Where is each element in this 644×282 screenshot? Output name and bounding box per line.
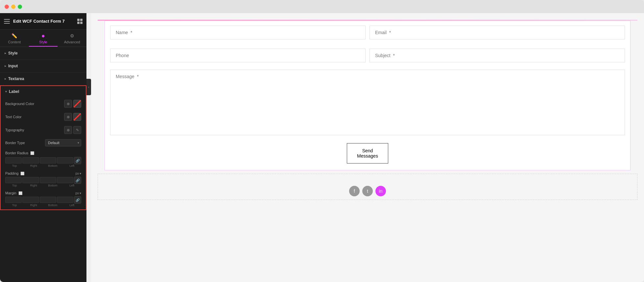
border-radius-section: Border Radius ⬜ 🔗	[1, 149, 86, 170]
social-icons: f t in	[349, 186, 386, 196]
social-icon-3[interactable]: in	[375, 186, 386, 196]
border-type-label: Border Type	[5, 141, 45, 145]
minimize-button[interactable]	[11, 5, 15, 9]
background-color-label: Background Color	[5, 102, 64, 106]
text-color-global-btn[interactable]: ⊕	[64, 113, 72, 121]
section-label: ▾ Label Background Color ⊕	[0, 85, 86, 210]
text-color-controls: ⊕	[64, 113, 81, 121]
sidebar-collapse-handle[interactable]: ‹	[86, 79, 91, 95]
border-radius-left-input[interactable]	[57, 157, 73, 163]
br-bottom-label: Bottom	[44, 164, 62, 167]
background-color-global-btn[interactable]: ⊕	[64, 100, 72, 108]
form-row-2	[105, 44, 630, 67]
sidebar-content: ▸ Style ▸ Input ▸ Textarea ▾ La	[0, 47, 86, 282]
bottom-section: f t in	[98, 174, 637, 200]
tab-content-label: Content	[8, 40, 21, 44]
border-radius-monitor-icon: ⬜	[30, 151, 34, 155]
email-field	[370, 26, 625, 39]
message-input[interactable]	[110, 70, 625, 135]
margin-unit-label: px	[75, 191, 79, 195]
section-textarea-label: Textarea	[8, 76, 24, 81]
typography-edit-btn[interactable]: ✎	[73, 126, 81, 134]
close-button[interactable]	[5, 5, 9, 9]
content-icon: ✏️	[12, 33, 17, 39]
name-input[interactable]	[110, 26, 366, 39]
margin-top-input[interactable]	[5, 197, 22, 203]
padding-chain-btn[interactable]: 🔗	[74, 177, 81, 184]
email-input[interactable]	[370, 26, 625, 39]
padding-sublabels: Top Right Bottom Left	[5, 184, 81, 187]
tab-advanced[interactable]: ⚙ Advanced	[58, 30, 86, 47]
tab-content[interactable]: ✏️ Content	[0, 30, 29, 47]
mg-bottom-label: Bottom	[44, 204, 62, 207]
style-icon: ●	[40, 33, 46, 39]
traffic-lights	[5, 5, 22, 9]
padding-right-input[interactable]	[22, 177, 39, 183]
arrow-textarea-icon: ▸	[5, 77, 6, 80]
pd-bottom-label: Bottom	[44, 184, 62, 187]
border-radius-bottom-input[interactable]	[40, 157, 56, 163]
sidebar-header: Edit WCF Contact Form 7	[0, 13, 86, 30]
section-input-label: Input	[8, 64, 18, 68]
typography-controls: ⊕ ✎	[64, 126, 81, 134]
border-radius-chain-btn[interactable]: 🔗	[74, 157, 81, 164]
background-color-swatch[interactable]	[73, 100, 81, 108]
grid-icon[interactable]	[77, 19, 83, 24]
text-color-swatch[interactable]	[73, 113, 81, 121]
padding-unit-label: px	[75, 172, 79, 175]
typography-row: Typography ⊕ ✎	[1, 123, 86, 137]
section-label-title: Label	[9, 89, 19, 94]
margin-inputs	[5, 197, 73, 203]
section-input[interactable]: ▸ Input	[0, 60, 86, 73]
sidebar-title: Edit WCF Contact Form 7	[13, 19, 74, 24]
padding-bottom-input[interactable]	[40, 177, 56, 183]
border-type-controls: Default Solid Dashed Dotted Double None	[45, 139, 81, 146]
social-icon-1[interactable]: f	[349, 186, 360, 196]
padding-left-input[interactable]	[57, 177, 73, 183]
padding-unit-chevron: ▾	[80, 172, 81, 175]
padding-top-input[interactable]	[5, 177, 22, 183]
subject-input[interactable]	[370, 49, 625, 62]
name-field	[110, 26, 366, 39]
submit-button[interactable]: SendMessages	[347, 143, 388, 163]
padding-unit-select[interactable]: px ▾	[75, 172, 81, 175]
text-color-label: Text Color	[5, 115, 64, 119]
margin-chain-btn[interactable]: 🔗	[74, 196, 81, 204]
arrow-input-icon: ▸	[5, 64, 6, 68]
padding-monitor-icon: ⬜	[20, 172, 24, 175]
social-icon-2[interactable]: t	[362, 186, 373, 196]
text-color-row: Text Color ⊕	[1, 110, 86, 123]
tab-style-label: Style	[39, 40, 47, 44]
border-type-select[interactable]: Default Solid Dashed Dotted Double None	[45, 139, 81, 146]
border-radius-right-input[interactable]	[22, 157, 39, 163]
margin-right-input[interactable]	[22, 197, 39, 203]
border-radius-top-input[interactable]	[5, 157, 22, 163]
canvas-area: SendMessages f t in	[91, 13, 644, 282]
phone-input[interactable]	[110, 49, 366, 62]
margin-left-input[interactable]	[57, 197, 73, 203]
margin-sublabels: Top Right Bottom Left	[5, 204, 81, 207]
hamburger-icon[interactable]	[4, 19, 10, 24]
sidebar-tabs: ✏️ Content ● Style ⚙ Advanced	[0, 30, 86, 47]
margin-monitor-icon: ⬜	[18, 191, 22, 195]
typography-global-btn[interactable]: ⊕	[64, 126, 72, 134]
label-section-header[interactable]: ▾ Label	[1, 86, 86, 97]
border-type-select-wrapper: Default Solid Dashed Dotted Double None	[45, 139, 81, 146]
border-radius-label-text: Border Radius	[5, 151, 28, 155]
mg-left-label: Left	[63, 204, 81, 207]
pd-top-label: Top	[5, 184, 24, 187]
maximize-button[interactable]	[18, 5, 22, 9]
pd-left-label: Left	[63, 184, 81, 187]
main-content: SendMessages f t in	[91, 13, 644, 282]
padding-inputs	[5, 177, 73, 183]
margin-bottom-input[interactable]	[40, 197, 56, 203]
background-color-controls: ⊕	[64, 100, 81, 108]
background-color-row: Background Color ⊕	[1, 97, 86, 110]
section-style[interactable]: ▸ Style	[0, 47, 86, 60]
section-textarea[interactable]: ▸ Textarea	[0, 73, 86, 85]
mg-top-label: Top	[5, 204, 24, 207]
padding-label-row: Padding ⬜	[5, 171, 24, 175]
margin-unit-select[interactable]: px ▾	[75, 191, 81, 195]
tab-style[interactable]: ● Style	[29, 30, 58, 47]
pd-right-label: Right	[24, 184, 43, 187]
